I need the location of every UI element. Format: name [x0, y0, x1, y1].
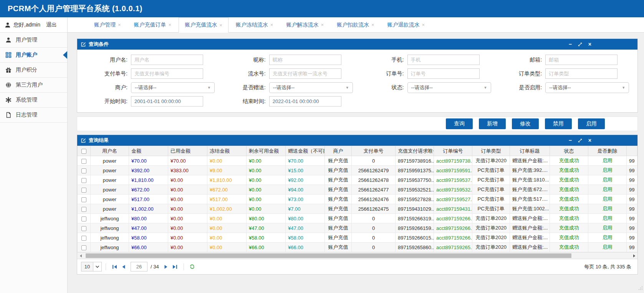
select-field[interactable]: --请选择-- ▼ — [545, 82, 629, 93]
row-checkbox[interactable] — [81, 188, 86, 193]
text-input[interactable] — [269, 55, 341, 65]
table-row[interactable]: jeffwong¥80.00¥0.00¥0.00¥80.00¥80.00账户充值… — [78, 214, 637, 223]
tab-4[interactable]: 账户解冻流水 × — [280, 17, 329, 32]
table-row[interactable]: jeffwong¥58.00¥0.00¥0.00¥58.00¥58.00账户充值… — [78, 233, 637, 243]
form-field: 流水号: — [215, 68, 354, 79]
table-row[interactable]: jeffwong¥66.00¥0.00¥0.00¥66.00¥66.00账户充值… — [78, 243, 637, 252]
modify-button[interactable]: 修改 — [512, 118, 539, 129]
minimize-icon[interactable]: − — [569, 138, 572, 143]
sidebar-item-0[interactable]: 用户管理 — [0, 33, 67, 48]
app-title: PCRM个人用户管理平台系统 (1.0.0.1) — [8, 3, 142, 14]
tab-6[interactable]: 账户退款流水 × — [382, 17, 431, 32]
text-input[interactable] — [131, 55, 203, 65]
disable-button[interactable]: 禁用 — [545, 118, 572, 129]
table-cell: 0 — [352, 214, 396, 223]
tab-close-icon[interactable]: × — [219, 22, 222, 28]
table-row[interactable]: power¥1,002.00¥0.00¥1,002.00¥0.00¥7.00账户… — [78, 204, 637, 214]
tab-5[interactable]: 账户扣款流水 × — [331, 17, 380, 32]
resize-grip[interactable] — [638, 285, 643, 292]
tab-close-icon[interactable]: × — [321, 22, 324, 28]
last-page-button[interactable] — [171, 263, 180, 271]
text-input[interactable] — [545, 55, 618, 65]
tab-close-icon[interactable]: × — [371, 22, 374, 28]
sidebar-item-3[interactable]: 第三方用户 — [0, 78, 67, 93]
search-button[interactable]: 查询 — [446, 118, 473, 129]
table-cell: 充值成功 — [550, 156, 588, 166]
row-checkbox[interactable] — [81, 226, 86, 231]
table-cell: 账户充值:392.... — [510, 166, 550, 175]
text-input[interactable] — [407, 68, 480, 79]
expand-icon[interactable] — [578, 42, 582, 47]
row-checkbox[interactable] — [81, 245, 86, 250]
minimize-icon[interactable]: − — [569, 42, 572, 47]
enable-button[interactable]: 启用 — [578, 118, 605, 129]
horizontal-scrollbar[interactable] — [77, 252, 637, 259]
select-field[interactable]: --请选择-- ▼ — [131, 82, 215, 93]
table-row[interactable]: power¥1,810.00¥0.00¥1,810.00¥0.00¥92.00账… — [78, 175, 637, 185]
table-cell: ¥1,810.00 — [129, 175, 168, 185]
tab-close-icon[interactable]: × — [422, 22, 425, 28]
table-cell: 账户充值 — [325, 214, 352, 223]
page-number-input[interactable] — [131, 262, 147, 271]
table-row[interactable]: power¥70.00¥70.00¥0.00¥0.00¥70.00账户充值089… — [78, 156, 637, 166]
table-cell: 99 — [627, 223, 637, 233]
datetime-input[interactable] — [131, 96, 203, 107]
add-button[interactable]: 新增 — [479, 118, 506, 129]
row-checkbox[interactable] — [81, 216, 86, 221]
scroll-left-arrow-icon[interactable] — [79, 254, 83, 258]
field-label: 邮箱: — [492, 57, 545, 63]
page-size-select[interactable]: 10 — [81, 262, 102, 271]
scroll-right-arrow-icon[interactable] — [632, 254, 636, 258]
text-input[interactable] — [545, 68, 618, 79]
close-icon[interactable]: × — [588, 138, 591, 143]
table-cell: ¥70.00 — [168, 156, 207, 166]
first-page-button[interactable] — [110, 263, 119, 271]
tab-close-icon[interactable]: × — [118, 22, 121, 28]
select-all-checkbox[interactable] — [81, 149, 86, 154]
sidebar-item-5[interactable]: 日志管理 — [0, 108, 67, 123]
refresh-button[interactable] — [188, 263, 197, 271]
prev-page-button[interactable] — [119, 263, 128, 271]
close-icon[interactable]: × — [588, 42, 591, 47]
table-cell: acct897159532... — [434, 185, 472, 195]
tab-2[interactable]: 账户充值流水 × — [179, 17, 228, 33]
scrollbar-thumb[interactable] — [86, 253, 571, 258]
table-cell: 0 — [352, 156, 396, 166]
row-checkbox[interactable] — [81, 159, 86, 164]
text-input[interactable] — [131, 68, 203, 79]
column-header: 是否删除 — [588, 146, 627, 156]
sidebar-item-2[interactable]: 用户积分 — [0, 63, 67, 78]
row-checkbox[interactable] — [81, 236, 86, 241]
form-field: 订单号: — [354, 68, 492, 79]
logout-link[interactable]: 退出 — [46, 22, 57, 28]
row-checkbox[interactable] — [81, 197, 86, 202]
tab-close-icon[interactable]: × — [270, 22, 273, 28]
chevron-down-icon: ▼ — [207, 86, 211, 90]
tab-close-icon[interactable]: × — [169, 22, 172, 28]
select-field[interactable]: --请选择-- ▼ — [269, 82, 353, 93]
table-row[interactable]: jeffwong¥47.00¥0.00¥0.00¥47.00¥47.00账户充值… — [78, 223, 637, 233]
row-checkbox[interactable] — [81, 168, 86, 173]
select-field[interactable]: --请选择-- ▼ — [407, 82, 491, 93]
accounts-grid-icon — [5, 52, 12, 58]
total-pages-label: / 34 — [151, 264, 159, 270]
table-cell: 0 — [352, 243, 396, 252]
datetime-input[interactable] — [269, 96, 341, 107]
table-row[interactable]: power¥517.00¥0.00¥517.00¥0.00¥73.00账户充值2… — [78, 195, 637, 204]
row-checkbox[interactable] — [81, 207, 86, 212]
table-cell: 99 — [627, 233, 637, 243]
sidebar-item-1[interactable]: 用户账户 — [0, 48, 67, 63]
tab-1[interactable]: 账户充值订单 × — [128, 17, 177, 32]
table-row[interactable]: power¥392.00¥383.00¥9.00¥0.00¥15.00账户充值2… — [78, 166, 637, 175]
sidebar-item-4[interactable]: 系统管理 — [0, 93, 67, 108]
table-cell: ¥47.00 — [247, 223, 286, 233]
row-checkbox[interactable] — [81, 178, 86, 183]
text-input[interactable] — [269, 68, 341, 79]
tab-3[interactable]: 账户冻结流水 × — [230, 17, 279, 32]
tab-0[interactable]: 账户管理 × — [88, 17, 127, 32]
table-row[interactable]: power¥672.00¥0.00¥672.00¥0.00¥94.00账户充值2… — [78, 185, 637, 195]
text-input[interactable] — [407, 55, 480, 65]
next-page-button[interactable] — [161, 263, 171, 271]
table-cell: ¥1,002.00 — [129, 204, 168, 214]
expand-icon[interactable] — [578, 138, 582, 143]
